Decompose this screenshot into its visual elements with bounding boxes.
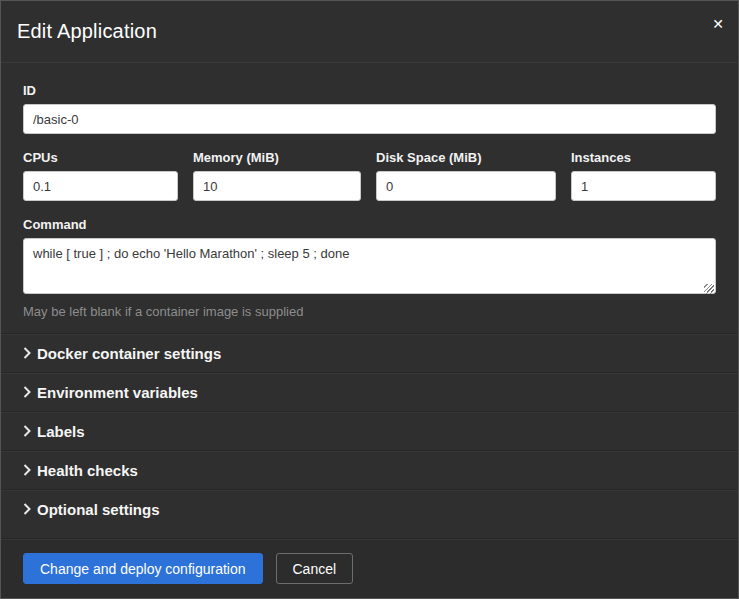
memory-label: Memory (MiB) [193, 150, 361, 165]
command-help-text: May be left blank if a container image i… [23, 304, 716, 319]
instances-label: Instances [571, 150, 716, 165]
section-optional-settings[interactable]: Optional settings [1, 489, 738, 528]
command-field-group: Command while [ true ] ; do echo 'Hello … [23, 217, 716, 319]
cancel-button[interactable]: Cancel [276, 553, 354, 584]
resources-row: CPUs Memory (MiB) Disk Space (MiB) Insta… [23, 150, 716, 201]
instances-field-group: Instances [571, 150, 716, 201]
close-icon[interactable]: ✕ [712, 17, 724, 31]
cpus-label: CPUs [23, 150, 178, 165]
section-label: Optional settings [37, 501, 160, 518]
disk-field-group: Disk Space (MiB) [376, 150, 556, 201]
instances-input[interactable] [571, 171, 716, 201]
memory-input[interactable] [193, 171, 361, 201]
chevron-right-icon [23, 464, 37, 476]
command-input[interactable]: while [ true ] ; do echo 'Hello Marathon… [23, 238, 716, 294]
section-label: Health checks [37, 462, 138, 479]
cpus-input[interactable] [23, 171, 178, 201]
disk-label: Disk Space (MiB) [376, 150, 556, 165]
modal-header: Edit Application ✕ [1, 1, 738, 63]
id-input[interactable] [23, 104, 716, 134]
command-label: Command [23, 217, 716, 232]
id-field-group: ID [23, 83, 716, 134]
chevron-right-icon [23, 347, 37, 359]
memory-field-group: Memory (MiB) [193, 150, 361, 201]
collapsible-sections: Docker container settings Environment va… [1, 333, 738, 528]
section-docker-container-settings[interactable]: Docker container settings [1, 333, 738, 372]
command-textarea-wrap: while [ true ] ; do echo 'Hello Marathon… [23, 238, 716, 298]
page-title: Edit Application [17, 20, 157, 43]
change-and-deploy-button[interactable]: Change and deploy configuration [23, 553, 263, 584]
section-label: Docker container settings [37, 345, 221, 362]
disk-input[interactable] [376, 171, 556, 201]
section-environment-variables[interactable]: Environment variables [1, 372, 738, 411]
id-label: ID [23, 83, 716, 98]
chevron-right-icon [23, 503, 37, 515]
section-health-checks[interactable]: Health checks [1, 450, 738, 489]
edit-application-modal: Edit Application ✕ ID CPUs Memory (MiB) … [0, 0, 739, 599]
modal-body: ID CPUs Memory (MiB) Disk Space (MiB) In… [1, 63, 738, 333]
chevron-right-icon [23, 425, 37, 437]
section-label: Labels [37, 423, 85, 440]
chevron-right-icon [23, 386, 37, 398]
modal-footer: Change and deploy configuration Cancel [1, 538, 738, 598]
section-label: Environment variables [37, 384, 198, 401]
section-labels[interactable]: Labels [1, 411, 738, 450]
cpus-field-group: CPUs [23, 150, 178, 201]
